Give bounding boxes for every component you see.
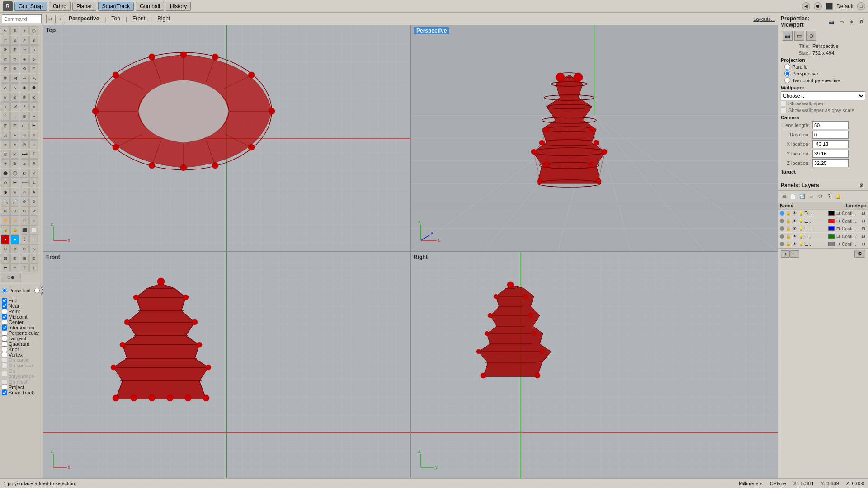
tool-64[interactable]: ⊙	[29, 169, 38, 178]
tool-67[interactable]: ⟸	[20, 178, 29, 187]
tool-76[interactable]: ⊖	[29, 197, 38, 206]
tool-57[interactable]: ☀	[1, 159, 10, 168]
tool-53[interactable]: ◴	[1, 150, 10, 159]
snap-perpendicular[interactable]	[2, 330, 7, 336]
snap-end[interactable]	[2, 298, 7, 303]
parallel-radio[interactable]	[784, 64, 790, 70]
tool-29[interactable]: ◱	[1, 93, 10, 102]
tool-17[interactable]: ◰	[1, 64, 10, 73]
xloc-input[interactable]	[812, 140, 849, 148]
tool-49[interactable]: ⌅	[1, 140, 10, 149]
yloc-input[interactable]	[812, 150, 849, 158]
layer-end[interactable]: ⊡	[861, 218, 866, 224]
layer-end[interactable]: ⊡	[861, 234, 866, 239]
tool-102[interactable]: ⊣	[10, 263, 19, 272]
tool-62[interactable]: ◯	[10, 169, 19, 178]
tool-68[interactable]: ⊥	[29, 178, 38, 187]
tool-74[interactable]: 🔎	[10, 197, 19, 206]
snap-center[interactable]	[2, 319, 7, 325]
layer-color-swatch[interactable]	[828, 211, 835, 216]
tool-95[interactable]: ⊝	[20, 244, 29, 253]
viewport-perspective[interactable]: Perspective	[411, 25, 778, 251]
layers-settings-button[interactable]: ⚙	[854, 250, 865, 258]
tool-82[interactable]: 🔅	[10, 216, 19, 225]
snap-intersection[interactable]	[2, 325, 7, 330]
layer-color-swatch[interactable]	[828, 242, 835, 246]
snap-point[interactable]	[2, 309, 7, 314]
persistent-radio[interactable]	[2, 288, 7, 293]
history-button[interactable]: History	[166, 2, 191, 11]
layers-add-button[interactable]: +	[781, 250, 790, 258]
grid-snap-button[interactable]: Grid Snap	[14, 2, 47, 11]
vp-camera-icon[interactable]: 📷	[783, 31, 793, 41]
snap-project[interactable]	[2, 385, 7, 390]
tool-30[interactable]: ⊝	[10, 93, 19, 102]
gumball-button[interactable]: Gumball	[136, 2, 164, 11]
tool-18[interactable]: ⊚	[10, 64, 19, 73]
tool-21[interactable]: ≋	[1, 74, 10, 83]
tool-101[interactable]: ⊢	[1, 263, 10, 272]
layouts-button[interactable]: Layouts...	[753, 16, 775, 22]
tool-97[interactable]: ⊞	[1, 254, 10, 263]
tool-61[interactable]: ⬤	[1, 169, 10, 178]
tool-10[interactable]: ⊞	[10, 45, 19, 54]
tool-81[interactable]: 🔆	[1, 216, 10, 225]
tool-93[interactable]: ⊜	[1, 244, 10, 253]
layers-tool-6[interactable]: ?	[825, 192, 833, 200]
properties-icon-more[interactable]: ⊕	[847, 18, 855, 26]
tool-72[interactable]: ⋔	[29, 188, 38, 197]
layer-lock-icon[interactable]: 🔓	[785, 211, 791, 216]
tool-71[interactable]: ⊿	[20, 188, 29, 197]
layer-lock-icon[interactable]: 🔓	[785, 241, 791, 247]
tool-31[interactable]: ⟰	[20, 93, 29, 102]
tool-38[interactable]: ⌄	[10, 112, 19, 121]
tool-85[interactable]: 🔒	[1, 225, 10, 235]
tool-92[interactable]: ⋯	[29, 235, 38, 244]
tool-9[interactable]: ⟳	[1, 45, 10, 54]
tool-26[interactable]: ↘	[10, 83, 19, 92]
tool-83[interactable]: ◻	[20, 216, 29, 225]
layer-more[interactable]: ⊡	[835, 241, 841, 247]
layer-more[interactable]: ⊡	[835, 226, 841, 231]
layer-more[interactable]: ⊡	[835, 211, 841, 216]
smarttrack-button[interactable]: SmartTrack	[98, 2, 134, 11]
vp-rect-icon[interactable]: ▭	[794, 31, 804, 41]
layer-row[interactable]: 🔓 👁 💡 L... ⊡ Conti... ⊡	[778, 225, 868, 233]
layer-render-icon[interactable]: 💡	[798, 241, 803, 247]
vp-more-icon[interactable]: ⊕	[806, 31, 816, 41]
tool-41[interactable]: ◳	[1, 121, 10, 130]
tool-22[interactable]: ⋊	[10, 74, 19, 83]
snap-on-curve[interactable]	[2, 357, 7, 363]
tool-55[interactable]: ⟷	[20, 150, 29, 159]
tool-98[interactable]: ⊟	[10, 254, 19, 263]
layer-visible-icon[interactable]: 👁	[792, 234, 797, 239]
snap-vertex[interactable]	[2, 352, 7, 357]
layers-tool-1[interactable]: ⊞	[780, 192, 788, 200]
layer-row[interactable]: 🔓 👁 💡 L... ⊡ Conti... ⊡	[778, 240, 868, 248]
tool-59[interactable]: ⊿	[20, 159, 29, 168]
layer-visible-icon[interactable]: 👁	[792, 211, 797, 216]
rotation-input[interactable]	[812, 131, 849, 139]
layer-row[interactable]: 🔓 👁 💡 D... ⊡ Conti... ⊡	[778, 210, 868, 217]
tool-48[interactable]: ⋐	[29, 131, 38, 140]
tool-91[interactable]: ⋮	[20, 235, 29, 244]
tool-86[interactable]: 🔓	[10, 225, 19, 235]
properties-settings[interactable]: ⚙	[857, 18, 865, 26]
layers-settings[interactable]: ⚙	[857, 181, 865, 189]
tool-25[interactable]: ↙	[1, 83, 10, 92]
lens-input[interactable]	[812, 121, 849, 129]
tool-99[interactable]: ⊠	[20, 254, 29, 263]
tool-50[interactable]: ⌆	[10, 140, 19, 149]
maximize-button[interactable]: □	[857, 2, 865, 10]
properties-icon-rect[interactable]: ▭	[837, 18, 845, 26]
tool-33[interactable]: ⊻	[1, 102, 10, 111]
layer-row[interactable]: 🔓 👁 💡 L... ⊡ Conti... ⊡	[778, 233, 868, 240]
tool-5[interactable]: ◻	[1, 36, 10, 45]
layers-remove-button[interactable]: −	[790, 250, 799, 258]
tool-16[interactable]: ⊹	[29, 55, 38, 64]
tool-66[interactable]: ⊢	[10, 178, 19, 187]
viewport-single-icon[interactable]: □	[55, 15, 63, 23]
layers-tool-7[interactable]: 🔔	[834, 192, 842, 200]
tool-6[interactable]: ⊙	[10, 36, 19, 45]
tool-96[interactable]: ▷	[29, 244, 38, 253]
